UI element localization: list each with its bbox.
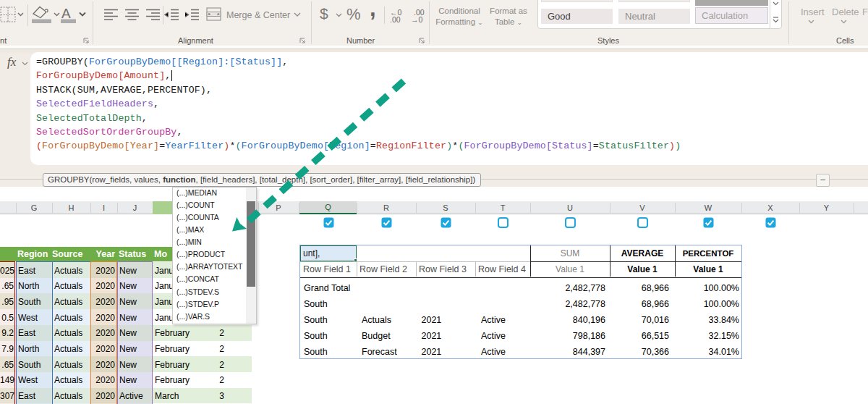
- svg-text:→0: →0: [411, 15, 423, 24]
- svg-text:.00: .00: [390, 15, 401, 24]
- svg-text:A: A: [61, 6, 71, 21]
